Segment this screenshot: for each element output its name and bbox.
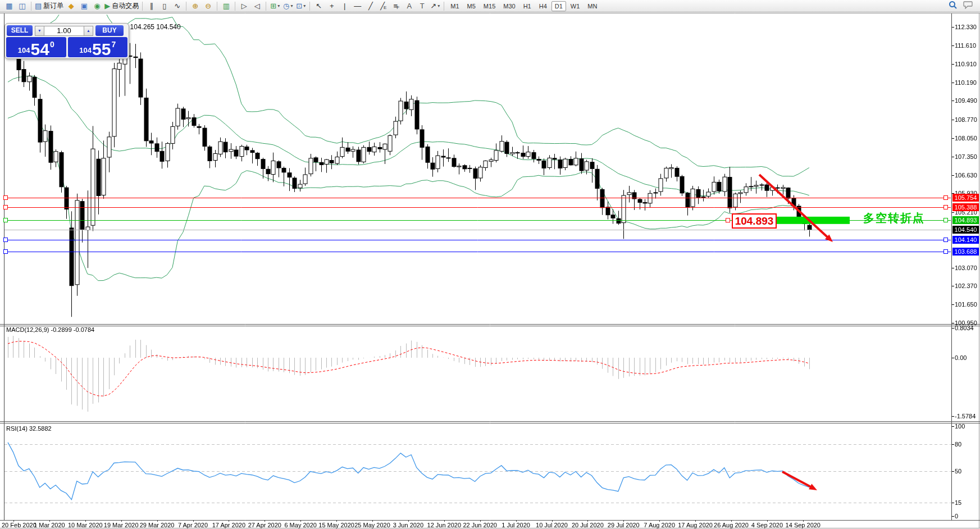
vertical-line-icon: |	[344, 2, 345, 10]
timeframe-mn[interactable]: MN	[584, 1, 600, 11]
pivot-annotation-text[interactable]: 多空转折点	[863, 211, 925, 226]
volume-decrease-icon[interactable]: ▾	[35, 26, 44, 36]
date-tick: 20 Jul 2020	[572, 522, 604, 528]
trade-panel-prices: 104 54 0 104 55 7	[6, 37, 127, 57]
date-tick: 7 Apr 2020	[178, 522, 208, 528]
bar-chart-icon[interactable]: ∥	[145, 1, 158, 11]
tile-windows-icon[interactable]: ▥	[220, 1, 233, 11]
cursor-icon[interactable]: ↖	[312, 1, 325, 11]
profiles-icon[interactable]: ◫	[16, 1, 29, 11]
tile-windows-icon: ▥	[223, 2, 230, 10]
zoom-out-icon[interactable]: ⊖	[202, 1, 215, 11]
indicator-list-icon[interactable]: ▷	[238, 1, 250, 11]
date-tick: 20 Feb 2020	[2, 522, 37, 528]
new-order-label: 新订单	[43, 1, 63, 11]
sell-price-box[interactable]: 104 54 0	[6, 37, 66, 57]
crosshair-icon: +	[330, 2, 334, 10]
add-indicator-icon[interactable]: ⊞▾	[268, 1, 281, 11]
chart-canvas[interactable]	[0, 0, 980, 529]
vertical-line-icon[interactable]: |	[338, 1, 351, 11]
rsi-axis-tick: 100	[955, 423, 965, 430]
timeframe-m30[interactable]: M30	[500, 1, 518, 11]
buy-button[interactable]: BUY	[95, 25, 124, 36]
chevron-down-icon[interactable]: ▾	[437, 3, 440, 8]
rsi-label: RSI(14) 32.5882	[6, 425, 52, 432]
toolbar-right	[949, 1, 973, 12]
data-window-icon[interactable]: ◁	[250, 1, 263, 11]
period-icon: ◷	[283, 2, 289, 10]
timeframe-m5[interactable]: M5	[464, 1, 479, 11]
period-icon[interactable]: ◷▾	[281, 1, 294, 11]
rsi-axis-tick: 50	[955, 468, 961, 475]
channel-icon-letter: E	[384, 5, 386, 10]
toolbar-separator	[142, 2, 143, 11]
date-tick: 29 Mar 2020	[140, 522, 175, 528]
zoom-in-icon[interactable]: ⊕	[189, 1, 202, 11]
timeframe-w1[interactable]: W1	[567, 1, 584, 11]
profiles-icon: ◫	[19, 2, 25, 10]
buy-price-box[interactable]: 104 55 7	[68, 37, 128, 57]
pivot-price-label[interactable]: 104.893	[732, 213, 777, 229]
mt4-application: ▦◫▤新订单◆▣◉▶自动交易∥▯∿⊕⊖▥▷◁⊞▾◷▾⊡▾↖+|—╱╱E≡FAT↗…	[0, 0, 980, 529]
trendline-icon[interactable]: ╱	[364, 1, 377, 11]
date-tick: 27 Apr 2020	[248, 522, 281, 528]
channel-icon[interactable]: ╱E	[377, 1, 390, 11]
sell-button[interactable]: SELL	[7, 25, 33, 36]
sell-price-big: 54	[31, 42, 49, 57]
arrows-icon: ↗	[430, 2, 436, 10]
price-tick: 111.610	[955, 42, 976, 49]
new-order-icon[interactable]: ▤新订单	[34, 1, 65, 11]
deposit-icon[interactable]: ◆	[65, 1, 78, 11]
date-tick: 29 Jul 2020	[608, 522, 640, 528]
line-chart-icon[interactable]: ∿	[171, 1, 184, 11]
timeframe-h1[interactable]: H1	[520, 1, 535, 11]
arrows-icon[interactable]: ↗▾	[429, 1, 441, 11]
candlestick-chart-icon[interactable]: ▯	[158, 1, 171, 11]
search-icon[interactable]	[949, 1, 958, 12]
price-tick: 108.770	[955, 116, 977, 123]
chevron-down-icon[interactable]: ▾	[303, 3, 306, 8]
volume-increase-icon[interactable]: ▴	[84, 26, 93, 36]
volume-field[interactable]: 1.00	[44, 26, 84, 36]
timeframe-d1[interactable]: D1	[551, 1, 566, 11]
price-line-badge: 104.893	[952, 216, 979, 224]
template-icon: ⊡	[296, 2, 302, 10]
add-indicator-icon: ⊞	[270, 2, 276, 10]
community-icon[interactable]	[963, 1, 973, 11]
expert-advisors-icon[interactable]: ▣	[78, 1, 90, 11]
fibonacci-icon[interactable]: ≡F	[390, 1, 403, 11]
bar-chart-icon: ∥	[150, 2, 154, 10]
signals-icon: ◉	[94, 2, 100, 10]
price-line-badge: 105.754	[952, 194, 979, 202]
data-window-icon: ◁	[254, 2, 260, 10]
chevron-down-icon[interactable]: ▾	[277, 3, 280, 8]
signals-icon[interactable]: ◉	[90, 1, 103, 11]
toolbar-separator	[235, 2, 235, 11]
price-tick: 110.910	[955, 61, 977, 67]
line-chart-icon: ∿	[174, 2, 180, 10]
autotrading-icon[interactable]: ▶自动交易	[103, 1, 140, 11]
horizontal-line-icon: —	[354, 2, 361, 10]
date-tick: 7 Aug 2020	[644, 522, 675, 528]
horizontal-line-icon[interactable]: —	[351, 1, 364, 11]
date-tick: 1 Mar 2020	[34, 522, 65, 528]
crosshair-icon[interactable]: +	[325, 1, 338, 11]
date-tick: 6 May 2020	[284, 522, 316, 528]
trade-panel-row: SELL ▾ 1.00 ▴ BUY	[7, 25, 127, 36]
zoom-in-icon: ⊕	[192, 2, 198, 10]
rsi-axis-tick: 15	[955, 499, 961, 506]
timeframe-m1[interactable]: M1	[447, 1, 462, 11]
timeframe-h4[interactable]: H4	[536, 1, 550, 11]
timeframe-m15[interactable]: M15	[480, 1, 499, 11]
buy-price-pip: 7	[111, 40, 116, 49]
macd-axis-tick: 0.8034	[955, 325, 974, 331]
text-icon[interactable]: A	[403, 1, 416, 11]
current-price-badge: 104.540	[952, 226, 979, 234]
text-label-icon[interactable]: T	[416, 1, 429, 11]
price-tick: 110.190	[955, 79, 977, 86]
chevron-down-icon[interactable]: ▾	[290, 3, 293, 8]
chart-window-icon[interactable]: ▦	[3, 1, 16, 11]
price-line-badge: 105.388	[952, 203, 979, 211]
template-icon[interactable]: ⊡▾	[294, 1, 307, 11]
toolbar-buttons: ▦◫▤新订单◆▣◉▶自动交易∥▯∿⊕⊖▥▷◁⊞▾◷▾⊡▾↖+|—╱╱E≡FAT↗…	[3, 1, 441, 11]
